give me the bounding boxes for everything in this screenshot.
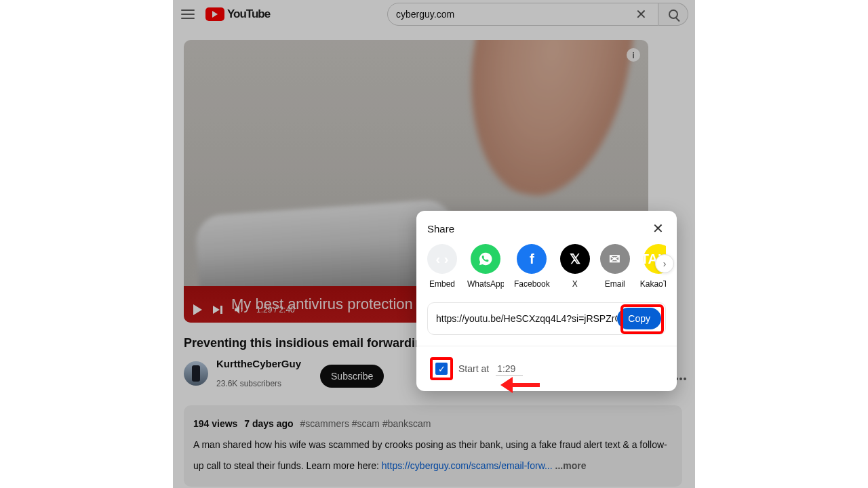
share-target-list: ‹ › Embed WhatsApp f Facebook 𝕏 X ✉ Emai… bbox=[427, 244, 666, 293]
copy-button[interactable]: Copy bbox=[617, 308, 661, 329]
search-button[interactable] bbox=[658, 3, 688, 26]
embed-icon: ‹ › bbox=[427, 244, 457, 274]
search-region: ✕ bbox=[387, 3, 688, 26]
header-bar: YouTube ✕ bbox=[173, 0, 695, 28]
email-icon: ✉ bbox=[600, 244, 630, 274]
youtube-wordmark: YouTube bbox=[227, 7, 270, 21]
share-label-x: X bbox=[572, 279, 578, 289]
start-at-checkbox[interactable]: ✓ bbox=[435, 363, 448, 375]
start-at-time-input[interactable] bbox=[496, 362, 523, 376]
clear-search-icon[interactable]: ✕ bbox=[633, 6, 650, 22]
menu-icon[interactable] bbox=[180, 6, 196, 22]
player-timecode: 1:29 / 2:40 bbox=[256, 305, 295, 314]
share-label-whatsapp: WhatsApp bbox=[467, 279, 504, 289]
search-box[interactable]: ✕ bbox=[387, 3, 658, 26]
start-at-row: ✓ Start at bbox=[427, 359, 666, 379]
share-target-x[interactable]: 𝕏 X bbox=[560, 244, 590, 289]
share-label-kakao: KakaoTalk bbox=[640, 279, 666, 289]
share-label-embed: Embed bbox=[429, 279, 455, 289]
channel-avatar[interactable] bbox=[184, 361, 208, 386]
info-card-icon[interactable]: i bbox=[627, 48, 640, 62]
video-description[interactable]: 194 views 7 days ago #scammers #scam #ba… bbox=[184, 405, 682, 487]
channel-row: KurttheCyberGuy 23.6K subscribers Subscr… bbox=[184, 358, 384, 388]
whatsapp-icon bbox=[471, 244, 500, 274]
upload-age: 7 days ago bbox=[244, 418, 293, 429]
description-link[interactable]: https://cyberguy.com/scams/email-forw... bbox=[382, 460, 553, 471]
hashtags[interactable]: #scammers #scam #bankscam bbox=[300, 418, 431, 429]
start-at-label: Start at bbox=[458, 363, 489, 374]
close-dialog-button[interactable]: ✕ bbox=[647, 218, 669, 239]
share-target-whatsapp[interactable]: WhatsApp bbox=[467, 244, 504, 289]
channel-name[interactable]: KurttheCyberGuy bbox=[216, 358, 301, 369]
view-count: 194 views bbox=[193, 418, 237, 429]
youtube-logo[interactable]: YouTube bbox=[205, 7, 270, 21]
share-target-embed[interactable]: ‹ › Embed bbox=[427, 244, 457, 289]
player-controls: 1:29 / 2:40 bbox=[184, 297, 304, 323]
share-target-facebook[interactable]: f Facebook bbox=[514, 244, 550, 289]
share-url-row: https://youtu.be/HeSCXzqq4L4?si=jRSPZrG_… bbox=[427, 302, 666, 335]
youtube-play-icon bbox=[205, 7, 224, 21]
share-url-text[interactable]: https://youtu.be/HeSCXzqq4L4?si=jRSPZrG_ bbox=[436, 313, 617, 324]
volume-icon[interactable] bbox=[233, 304, 245, 316]
play-icon[interactable] bbox=[193, 304, 202, 315]
share-label-facebook: Facebook bbox=[514, 279, 550, 289]
share-target-email[interactable]: ✉ Email bbox=[600, 244, 630, 289]
magnifier-icon bbox=[669, 9, 678, 19]
x-icon: 𝕏 bbox=[560, 244, 590, 274]
divider bbox=[416, 346, 677, 346]
search-input[interactable] bbox=[396, 9, 633, 20]
channel-subscriber-count: 23.6K subscribers bbox=[216, 379, 301, 388]
share-scroll-next-button[interactable]: › bbox=[655, 254, 674, 273]
video-frame-art bbox=[450, 40, 635, 208]
share-label-email: Email bbox=[605, 279, 625, 289]
share-dialog: ✕ Share ‹ › Embed WhatsApp f Facebook 𝕏 … bbox=[416, 211, 677, 391]
show-more-button[interactable]: ...more bbox=[555, 460, 587, 471]
facebook-icon: f bbox=[517, 244, 547, 274]
next-icon[interactable] bbox=[213, 306, 222, 314]
subscribe-button[interactable]: Subscribe bbox=[320, 365, 384, 388]
share-dialog-title: Share bbox=[427, 223, 666, 235]
